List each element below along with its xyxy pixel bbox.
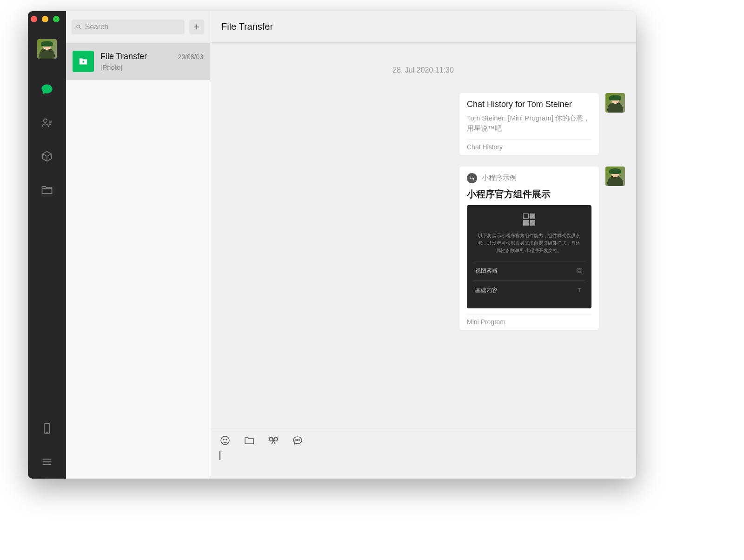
grid-icon bbox=[523, 213, 535, 226]
chat-meta: File Transfer 20/08/03 [Photo] bbox=[100, 52, 203, 71]
preview-item-label: 基础内容 bbox=[475, 287, 498, 294]
miniprogram-appname: 小程序示例 bbox=[482, 173, 517, 182]
search-field[interactable] bbox=[72, 20, 185, 34]
phone-icon[interactable] bbox=[40, 422, 53, 435]
attach-file-icon[interactable] bbox=[244, 435, 255, 446]
sidebar: File Transfer 20/08/03 [Photo] bbox=[66, 11, 210, 479]
user-avatar[interactable] bbox=[37, 39, 57, 59]
svg-rect-11 bbox=[578, 270, 581, 272]
window-controls bbox=[31, 16, 60, 22]
card-footer: Chat History bbox=[467, 139, 591, 151]
contacts-icon[interactable] bbox=[40, 116, 53, 129]
search-icon bbox=[75, 23, 82, 31]
discover-icon[interactable] bbox=[40, 150, 53, 163]
screenshot-icon[interactable] bbox=[268, 435, 279, 446]
plus-icon bbox=[193, 23, 201, 31]
miniprogram-logo-icon bbox=[467, 173, 477, 183]
composer-toolbar bbox=[219, 435, 627, 446]
composer bbox=[210, 428, 636, 479]
svg-point-0 bbox=[44, 119, 47, 122]
new-chat-button[interactable] bbox=[189, 20, 204, 34]
date-separator: 28. Jul 2020 11:30 bbox=[221, 66, 625, 74]
file-transfer-avatar bbox=[73, 51, 94, 72]
svg-point-14 bbox=[226, 439, 227, 440]
nav-rail bbox=[28, 11, 66, 479]
svg-point-17 bbox=[296, 440, 297, 440]
chat-header-title: File Transfer bbox=[221, 21, 273, 32]
chat-header: File Transfer bbox=[210, 11, 636, 43]
preview-item: 基础内容 bbox=[473, 280, 585, 300]
preview-item: 视图容器 bbox=[473, 261, 585, 280]
sender-avatar[interactable] bbox=[605, 93, 625, 113]
miniprogram-title: 小程序官方组件展示 bbox=[467, 188, 591, 200]
sidebar-top bbox=[66, 11, 210, 43]
app-window: File Transfer 20/08/03 [Photo] File Tran… bbox=[28, 11, 636, 479]
chat-history-icon[interactable] bbox=[292, 435, 303, 446]
menu-icon[interactable] bbox=[40, 455, 53, 468]
minimize-window-button[interactable] bbox=[42, 16, 48, 22]
chat-history-card[interactable]: Chat History for Tom Steiner Tom Steiner… bbox=[459, 93, 599, 155]
card-title: Chat History for Tom Steiner bbox=[467, 100, 591, 109]
maximize-window-button[interactable] bbox=[53, 16, 60, 22]
svg-point-19 bbox=[299, 440, 300, 440]
svg-line-7 bbox=[80, 27, 81, 29]
svg-point-12 bbox=[221, 436, 229, 445]
chat-title: File Transfer bbox=[100, 52, 147, 61]
sender-avatar[interactable] bbox=[605, 167, 625, 186]
message-list: 28. Jul 2020 11:30 Chat History for Tom … bbox=[210, 43, 636, 428]
files-icon[interactable] bbox=[40, 183, 53, 196]
preview-item-label: 视图容器 bbox=[475, 267, 498, 275]
text-icon bbox=[576, 287, 583, 294]
search-input[interactable] bbox=[85, 23, 181, 31]
message-row: 小程序示例 小程序官方组件展示 以下将展示小程序官方组件能力，组件样式仅供参考，… bbox=[221, 167, 625, 330]
text-caret[interactable] bbox=[219, 451, 220, 460]
message-row: Chat History for Tom Steiner Tom Steiner… bbox=[221, 93, 625, 155]
chat-preview: [Photo] bbox=[100, 63, 203, 71]
chats-icon[interactable] bbox=[40, 83, 53, 96]
svg-point-13 bbox=[223, 439, 224, 440]
container-icon bbox=[576, 267, 583, 274]
miniprogram-preview-desc: 以下将展示小程序官方组件能力，组件样式仅供参考，开发者可根据自身需求自定义组件样… bbox=[473, 232, 585, 261]
chat-date: 20/08/03 bbox=[178, 53, 204, 60]
miniprogram-preview: 以下将展示小程序官方组件能力，组件样式仅供参考，开发者可根据自身需求自定义组件样… bbox=[467, 205, 591, 308]
card-subtitle: Tom Steiner: [Mini Program] 你的心意，用星说™吧 bbox=[467, 113, 591, 133]
svg-point-18 bbox=[297, 440, 298, 440]
chat-list-item[interactable]: File Transfer 20/08/03 [Photo] bbox=[66, 43, 210, 80]
close-window-button[interactable] bbox=[31, 16, 37, 22]
card-footer: Mini Program bbox=[467, 314, 591, 326]
svg-point-6 bbox=[77, 25, 80, 28]
main: File Transfer 28. Jul 2020 11:30 Chat Hi… bbox=[210, 11, 636, 479]
miniprogram-card[interactable]: 小程序示例 小程序官方组件展示 以下将展示小程序官方组件能力，组件样式仅供参考，… bbox=[459, 167, 599, 330]
emoji-icon[interactable] bbox=[219, 435, 231, 446]
